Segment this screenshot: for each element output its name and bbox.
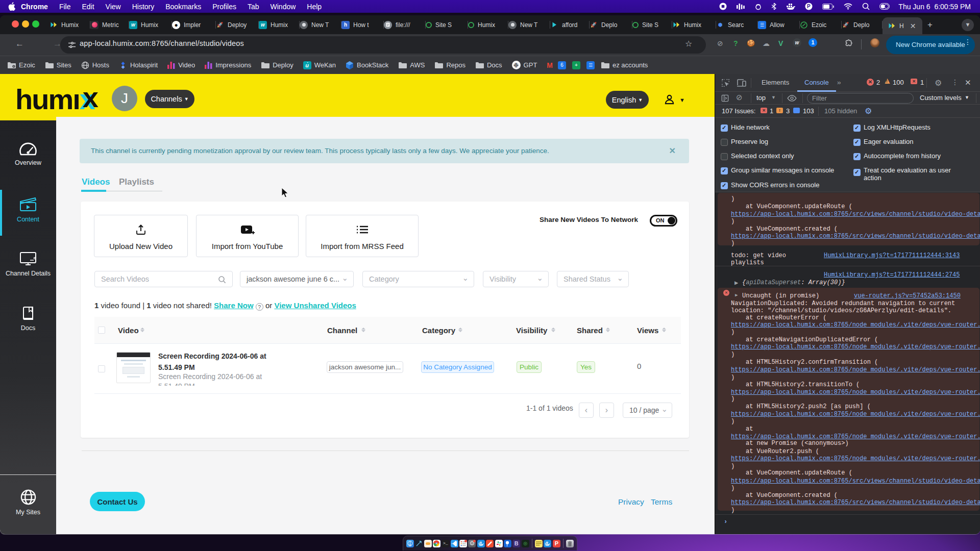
svg-text:P: P <box>807 4 811 9</box>
